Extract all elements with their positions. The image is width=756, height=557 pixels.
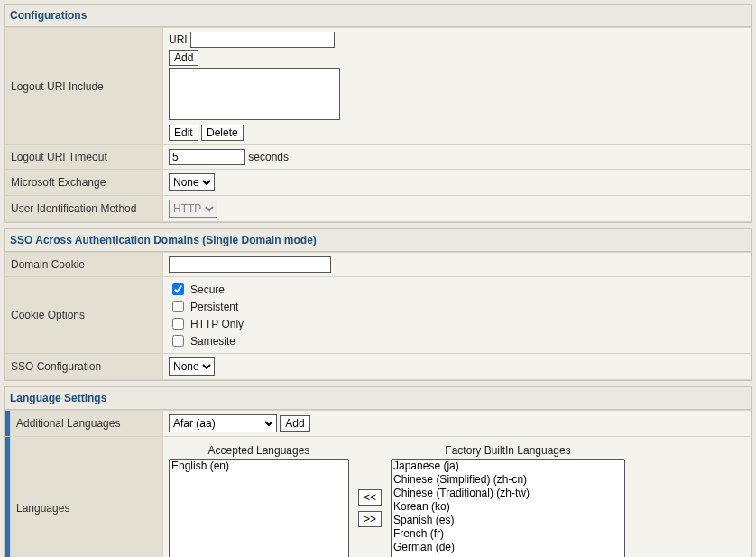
uri-edit-button[interactable]: Edit <box>169 125 198 141</box>
list-item[interactable]: French (fr) <box>392 527 624 541</box>
secure-label: Secure <box>190 282 225 298</box>
cookie-options-label: Cookie Options <box>5 277 163 354</box>
logout-uri-include-label: Logout URI Include <box>5 28 163 145</box>
domain-cookie-input[interactable] <box>169 256 331 273</box>
list-item[interactable]: Spanish (es) <box>392 514 624 527</box>
ms-exchange-select[interactable]: None <box>169 173 215 191</box>
logout-uri-include-cell: URI Add Edit Delete <box>163 28 751 145</box>
list-item[interactable]: English (en) <box>170 460 348 473</box>
persistent-label: Persistent <box>190 299 238 315</box>
uri-list[interactable] <box>169 68 340 120</box>
domain-cookie-cell <box>163 253 751 277</box>
ms-exchange-label: Microsoft Exchange <box>5 170 163 196</box>
http-only-checkbox[interactable] <box>172 318 184 330</box>
logout-uri-timeout-input[interactable] <box>169 149 245 165</box>
languages-label: Languages <box>11 437 163 558</box>
sso-header: SSO Across Authentication Domains (Singl… <box>4 228 752 251</box>
uri-input[interactable] <box>190 32 335 48</box>
additional-lang-select[interactable]: Afar (aa) <box>169 414 277 432</box>
list-item[interactable]: Chinese (Simplified) (zh-cn) <box>392 473 624 487</box>
uri-add-button[interactable]: Add <box>169 50 198 66</box>
additional-lang-label: Additional Languages <box>11 411 163 437</box>
samesite-checkbox[interactable] <box>172 335 184 347</box>
logout-uri-timeout-cell: seconds <box>163 145 751 170</box>
logout-uri-timeout-unit: seconds <box>248 151 289 163</box>
sso-config-select[interactable]: None <box>169 357 215 376</box>
factory-title: Factory BuiltIn Languages <box>445 444 570 457</box>
sso-section: Domain Cookie Cookie Options Secure Pers… <box>4 251 752 381</box>
move-left-button[interactable]: << <box>358 489 382 506</box>
sso-config-label: SSO Configuration <box>5 354 163 380</box>
sso-title: SSO Across Authentication Domains (Singl… <box>10 234 317 246</box>
sso-config-cell: None <box>163 354 751 380</box>
persistent-checkbox[interactable] <box>172 301 184 312</box>
factory-listbox[interactable]: Japanese (ja)Chinese (Simplified) (zh-cn… <box>391 459 625 557</box>
samesite-label: Samesite <box>190 333 235 349</box>
user-id-method-cell: HTTP <box>163 196 751 222</box>
list-item[interactable]: German (de) <box>392 541 624 554</box>
user-id-method-label: User Identification Method <box>5 196 163 222</box>
additional-lang-cell: Afar (aa) Add <box>163 411 751 437</box>
uri-label: URI <box>169 33 188 46</box>
languages-cell: Accepted Languages English (en) << >> Fa… <box>163 437 751 558</box>
cookie-options-cell: Secure Persistent HTTP Only Samesite <box>163 277 751 354</box>
domain-cookie-label: Domain Cookie <box>5 253 163 277</box>
lang-section: Additional Languages Afar (aa) Add Langu… <box>4 409 752 557</box>
additional-lang-add-button[interactable]: Add <box>280 415 309 432</box>
uri-delete-button[interactable]: Delete <box>201 125 244 141</box>
lang-header: Language Settings <box>4 386 752 409</box>
list-item[interactable]: Japanese (ja) <box>392 460 624 473</box>
configurations-title: Configurations <box>10 9 87 22</box>
ms-exchange-cell: None <box>163 170 751 196</box>
accepted-title: Accepted Languages <box>208 444 310 457</box>
logout-uri-timeout-label: Logout URI Timeout <box>5 145 163 170</box>
list-item[interactable]: Korean (ko) <box>392 500 624 514</box>
http-only-label: HTTP Only <box>190 316 244 332</box>
secure-checkbox[interactable] <box>172 283 184 295</box>
lang-title: Language Settings <box>10 392 106 404</box>
configurations-section: Logout URI Include URI Add Edit Delete L… <box>4 26 752 223</box>
accepted-listbox[interactable]: English (en) <box>169 459 349 557</box>
list-item[interactable]: Chinese (Traditional) (zh-tw) <box>392 487 624 500</box>
move-right-button[interactable]: >> <box>358 511 382 527</box>
configurations-header: Configurations <box>4 4 752 26</box>
user-id-method-select: HTTP <box>169 200 217 218</box>
